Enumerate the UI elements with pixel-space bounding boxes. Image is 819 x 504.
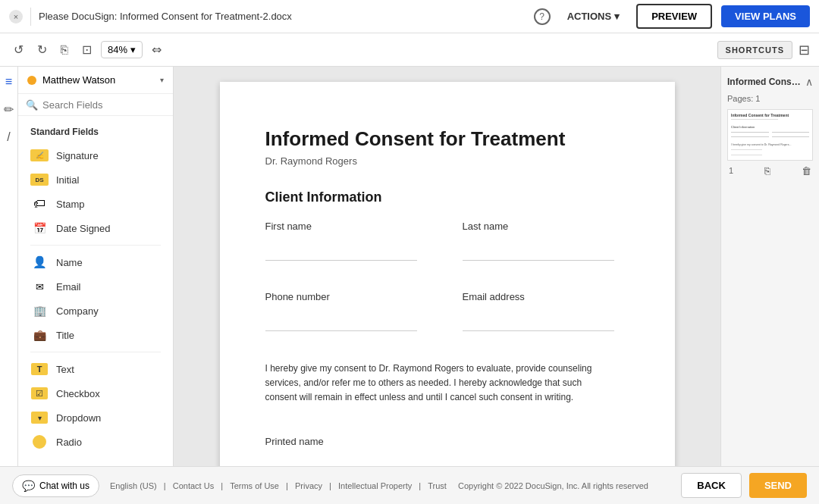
fields-section: Standard Fields ✍ Signature DS Initial 🏷: [18, 116, 173, 462]
chat-button[interactable]: 💬 Chat with us: [12, 474, 99, 497]
footer-link-ip[interactable]: Intellectual Property: [338, 481, 412, 490]
separator2: [30, 352, 161, 352]
preview-button[interactable]: PREVIEW: [636, 4, 712, 29]
main-area: ≡ ✏ / Matthew Watson ▾ 🔍 × Standard Fiel…: [0, 67, 819, 466]
footer-link-contact[interactable]: Contact Us: [173, 481, 214, 490]
text-icon: T: [30, 362, 49, 376]
signer-dropdown-icon: ▾: [160, 76, 164, 84]
edit-tool-icon[interactable]: ✏: [2, 100, 16, 119]
back-button[interactable]: BACK: [681, 473, 742, 498]
draw-tool-icon[interactable]: /: [5, 128, 12, 146]
thumbnail-content: Informed Consent for Treatment Client In…: [728, 110, 812, 160]
signer-dot: [27, 76, 36, 85]
stamp-label: Stamp: [56, 199, 85, 210]
field-item-radio[interactable]: Radio: [18, 430, 173, 454]
field-item-text[interactable]: T Text: [18, 357, 173, 381]
radio-icon: [30, 435, 49, 449]
name-label: Name: [56, 257, 83, 268]
checkbox-label: Checkbox: [56, 388, 100, 399]
company-icon: 🏢: [30, 304, 49, 318]
toolbar-left: ↺ ↻ ⎘ ⊡ 84% ▾ ⇔: [9, 39, 711, 60]
view-plans-button[interactable]: VIEW PLANS: [721, 5, 810, 27]
delete-button[interactable]: ⊡: [77, 39, 96, 60]
email-label: Email: [56, 281, 81, 293]
dropdown-label: Dropdown: [56, 412, 101, 424]
separator1: [30, 245, 161, 246]
fit-button[interactable]: ⇔: [147, 39, 166, 60]
right-panel: Informed Consent for T... ∧ Pages: 1 Inf…: [720, 67, 819, 466]
page-number: 1: [729, 166, 733, 175]
consent-text: I hereby give my consent to Dr. Raymond …: [265, 362, 614, 405]
close-button[interactable]: ×: [9, 10, 23, 23]
zoom-control[interactable]: 84% ▾: [101, 41, 143, 58]
fields-tool-icon[interactable]: ≡: [3, 73, 14, 91]
field-item-title[interactable]: 💼 Title: [18, 323, 173, 347]
field-item-email[interactable]: ✉ Email: [18, 274, 173, 299]
initial-icon: DS: [30, 173, 49, 186]
redo-button[interactable]: ↻: [33, 39, 52, 60]
printed-name-line: [265, 453, 417, 466]
toolbar-right: SHORTCUTS ⊟: [717, 41, 810, 59]
page-copy-button[interactable]: ⎘: [764, 165, 770, 177]
search-box: 🔍 ×: [18, 94, 173, 116]
page-delete-button[interactable]: 🗑: [802, 165, 811, 177]
page-thumbnail[interactable]: Informed Consent for Treatment Client In…: [727, 109, 813, 161]
field-item-stamp[interactable]: 🏷 Stamp: [18, 192, 173, 216]
field-item-date-signed[interactable]: 📅 Date Signed: [18, 216, 173, 240]
field-item-dropdown[interactable]: ▾ Dropdown: [18, 405, 173, 430]
signature-label: Signature: [56, 150, 99, 161]
footer-link-english[interactable]: English (US): [110, 481, 157, 490]
signature-icon: ✍: [30, 149, 49, 162]
field-item-name[interactable]: 👤 Name: [18, 250, 173, 274]
panel-pages: Pages: 1: [727, 94, 813, 103]
search-input[interactable]: [42, 99, 170, 111]
section-header: Standard Fields: [18, 124, 173, 143]
field-item-signature[interactable]: ✍ Signature: [18, 143, 173, 167]
send-button[interactable]: SEND: [749, 473, 807, 498]
printed-name-label: Printed name: [265, 436, 614, 447]
initial-label: Initial: [56, 174, 79, 186]
title-label: Title: [56, 330, 74, 341]
left-sidebar: Matthew Watson ▾ 🔍 × Standard Fields ✍ S…: [18, 67, 174, 466]
footer-links: English (US) | Contact Us | Terms of Use…: [105, 481, 648, 490]
page-controls: 1 ⎘ 🗑: [727, 165, 813, 177]
name-fields-row: First name Last name: [265, 221, 614, 261]
last-name-label: Last name: [463, 221, 614, 232]
dropdown-icon: ▾: [30, 411, 49, 424]
document-title: Please DocuSign: Informed Consent for Tr…: [39, 11, 526, 22]
help-button[interactable]: ?: [534, 8, 551, 25]
document-area: Informed Consent for Treatment Dr. Raymo…: [174, 67, 720, 466]
checkbox-icon: ☑: [30, 387, 49, 400]
undo-button[interactable]: ↺: [9, 39, 28, 60]
top-bar: × Please DocuSign: Informed Consent for …: [0, 0, 819, 33]
first-name-field: First name: [265, 221, 417, 261]
phone-field: Phone number: [265, 291, 417, 331]
thumbnail-icon[interactable]: ⊟: [799, 42, 810, 58]
field-item-company[interactable]: 🏢 Company: [18, 299, 173, 323]
footer-left: 💬 Chat with us English (US) | Contact Us…: [12, 474, 648, 497]
signer-selector[interactable]: Matthew Watson ▾: [18, 67, 173, 94]
footer-link-trust[interactable]: Trust: [428, 481, 447, 490]
section1-title: Client Information: [265, 189, 614, 205]
stamp-icon: 🏷: [30, 197, 49, 211]
radio-label: Radio: [56, 437, 82, 448]
field-item-initial[interactable]: DS Initial: [18, 167, 173, 192]
footer-right: BACK SEND: [681, 473, 807, 498]
phone-line: [265, 308, 417, 331]
title-icon: 💼: [30, 328, 49, 342]
chat-icon: 💬: [22, 480, 35, 492]
actions-button[interactable]: ACTIONS ▾: [560, 6, 628, 27]
signer-name: Matthew Watson: [42, 74, 154, 86]
panel-collapse-icon[interactable]: ∧: [805, 76, 813, 88]
footer-link-terms[interactable]: Terms of Use: [230, 481, 279, 490]
zoom-arrow-icon: ▾: [130, 44, 136, 55]
document-title: Informed Consent for Treatment: [265, 127, 614, 151]
email-address-label: Email address: [463, 291, 614, 302]
first-name-label: First name: [265, 221, 417, 232]
field-item-checkbox[interactable]: ☑ Checkbox: [18, 381, 173, 405]
copy-button[interactable]: ⎘: [56, 40, 73, 60]
contact-fields-row: Phone number Email address: [265, 291, 614, 331]
footer-link-privacy[interactable]: Privacy: [295, 481, 322, 490]
shortcuts-button[interactable]: SHORTCUTS: [717, 41, 792, 59]
footer: 💬 Chat with us English (US) | Contact Us…: [0, 466, 819, 504]
